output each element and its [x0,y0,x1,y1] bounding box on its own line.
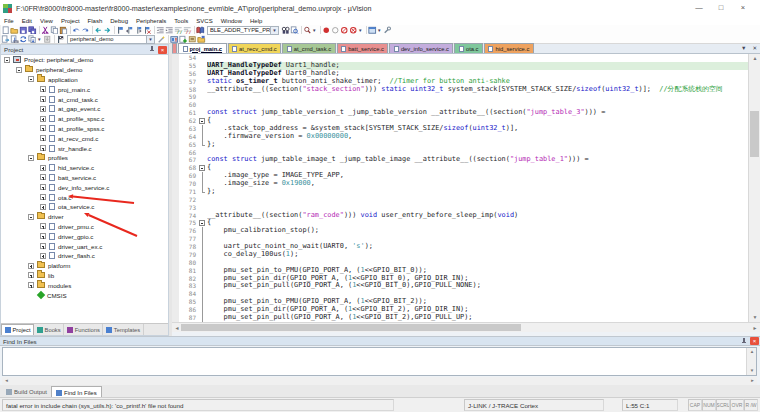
tree-item-ota-service-c[interactable]: ota_service.c [1,202,168,212]
menu-project[interactable]: Project [57,18,84,24]
nav-forward-icon[interactable] [103,25,112,35]
breakpoint-margin[interactable] [172,235,179,243]
tree-item-proj-main-c[interactable]: proj_main.c [1,84,168,94]
bp-kill-icon[interactable] [349,25,358,35]
breakpoint-margin[interactable] [172,243,179,251]
tree-item-ota-c[interactable]: ota.c [1,192,168,202]
expand-icon[interactable] [40,243,46,249]
menu-flash[interactable]: Flash [84,18,107,24]
tree-item-profiles[interactable]: profiles [1,153,168,163]
code-line-74[interactable]: 74__attribute__((section("ram_code"))) v… [172,212,748,220]
search-combo[interactable]: BLE_ADDR_TYPE_PR▼ [207,26,279,35]
tree-item-at-recv-cmd-c[interactable]: at_recv_cmd.c [1,133,168,143]
breakpoint-margin[interactable] [172,141,179,149]
collapse-icon[interactable] [28,155,34,161]
scroll-up-icon[interactable]: ▲ [749,54,760,63]
tree-item-driver-pmu-c[interactable]: driver_pmu.c [1,222,168,232]
chevron-down-icon[interactable]: ▼ [146,36,154,43]
breakpoint-margin[interactable] [172,70,179,78]
menu-tools[interactable]: Tools [170,18,192,24]
breakpoint-margin[interactable] [172,164,179,172]
breakpoint-margin[interactable] [172,196,179,204]
breakpoint-margin[interactable] [172,149,179,157]
menu-view[interactable]: View [36,18,57,24]
scroll-right-icon[interactable]: ► [748,377,757,385]
code-line-72[interactable]: 72 [172,196,748,204]
chevron-down-icon[interactable]: ▼ [312,28,318,33]
menu-peripherals[interactable]: Peripherals [132,18,170,24]
find-vertical-scrollbar[interactable]: ▲ ▼ [746,348,756,375]
breakpoint-margin[interactable] [172,93,179,101]
breakpoint-margin[interactable] [172,133,179,141]
editor-tab-dev-info-service-c[interactable]: dev_info_service.c [389,43,453,53]
menu-window[interactable]: Window [217,18,246,24]
expand-icon[interactable] [40,106,46,112]
breakpoint-margin[interactable] [172,54,179,62]
collapse-icon[interactable] [16,67,22,73]
scroll-down-icon[interactable]: ▼ [747,367,757,375]
minimize-button[interactable]: — [688,0,710,16]
scroll-up-icon[interactable]: ▲ [747,348,757,356]
collapse-icon[interactable] [28,214,34,220]
breakpoint-margin[interactable] [172,62,179,70]
expand-icon[interactable] [40,233,46,239]
fold-margin[interactable] [198,219,207,227]
chevron-down-icon[interactable]: ▼ [270,27,278,34]
breakpoint-margin[interactable] [172,275,179,283]
breakpoint-margin[interactable] [172,251,179,259]
menu-svcs[interactable]: SVCS [192,18,216,24]
find-dd-icon[interactable] [303,25,312,35]
code-line-70[interactable]: 70 .image_size = 0x19000, [172,180,748,188]
editor-tab-batt-service-c[interactable]: batt_service.c [337,43,389,53]
bookmark-icon[interactable] [116,25,125,35]
breakpoint-margin[interactable] [172,290,179,298]
wand-icon[interactable] [157,34,166,44]
breakpoint-margin[interactable] [172,314,179,322]
code-line-76[interactable]: 76 pmu_calibration_stop(); [172,227,748,235]
pin-icon[interactable] [740,338,747,345]
bookmark-clear-icon[interactable] [143,25,152,35]
find-in-files-icon[interactable] [281,25,290,35]
tree-item-lib[interactable]: lib [1,271,168,281]
expand-icon[interactable] [28,272,34,278]
tree-item-cmsis[interactable]: CMSIS [1,290,168,300]
breakpoint-margin[interactable] [172,156,179,164]
expand-icon[interactable] [40,135,46,141]
tree-item-project-peripheral-demo[interactable]: Project: peripheral_demo [1,55,168,65]
breakpoint-margin[interactable] [172,227,179,235]
menu-debug[interactable]: Debug [106,18,132,24]
menu-file[interactable]: File [0,18,18,24]
code-line-65[interactable]: 65}; [172,141,748,149]
maximize-button[interactable]: □ [710,0,732,16]
expand-icon[interactable] [40,204,46,210]
code-line-83[interactable]: 83 pmu_set_pin_pull(GPIO_PORT_A, (1<<GPI… [172,282,748,290]
expand-icon[interactable] [40,96,46,102]
expand-icon[interactable] [40,184,46,190]
target-flag-icon[interactable] [56,34,65,44]
breakpoint-margin[interactable] [172,267,179,275]
breakpoint-margin[interactable] [172,78,179,86]
find-results-area[interactable]: ▲ ▼ [2,347,757,376]
code-line-64[interactable]: 64 .firmware_version = 0x00000000, [172,133,748,141]
breakpoint-margin[interactable] [172,219,179,227]
expand-icon[interactable] [40,125,46,131]
editor-tab-at-recv-cmd-c[interactable]: at_recv_cmd.c [228,43,282,53]
editor-tab-hid-service-c[interactable]: hid_service.c [484,43,534,53]
editor-tab-ota-c[interactable]: ota.c [454,43,483,53]
collapse-icon[interactable] [4,57,10,63]
breakpoint-margin[interactable] [172,172,179,180]
chevron-down-icon[interactable]: ▼ [358,28,364,33]
close-button[interactable]: × [732,0,754,16]
tree-item-dev-info-service-c[interactable]: dev_info_service.c [1,182,168,192]
tab-list-dropdown-icon[interactable]: ▼ [738,45,749,51]
batch-build-icon[interactable] [28,34,37,44]
project-panel-close-icon[interactable]: × [158,46,167,54]
find-panel-close-icon[interactable]: × [750,337,759,345]
code-line-67[interactable]: 67const struct jump_table_image_t _jump_… [172,156,748,164]
redo-icon[interactable] [81,25,90,35]
tree-item-driver-gpio-c[interactable]: driver_gpio.c [1,231,168,241]
bp-toggle-icon[interactable] [322,25,331,35]
code-line-79[interactable]: 79 co_delay_100us(1); [172,251,748,259]
expand-icon[interactable] [40,116,46,122]
editor-tab-clipped[interactable] [172,43,177,53]
